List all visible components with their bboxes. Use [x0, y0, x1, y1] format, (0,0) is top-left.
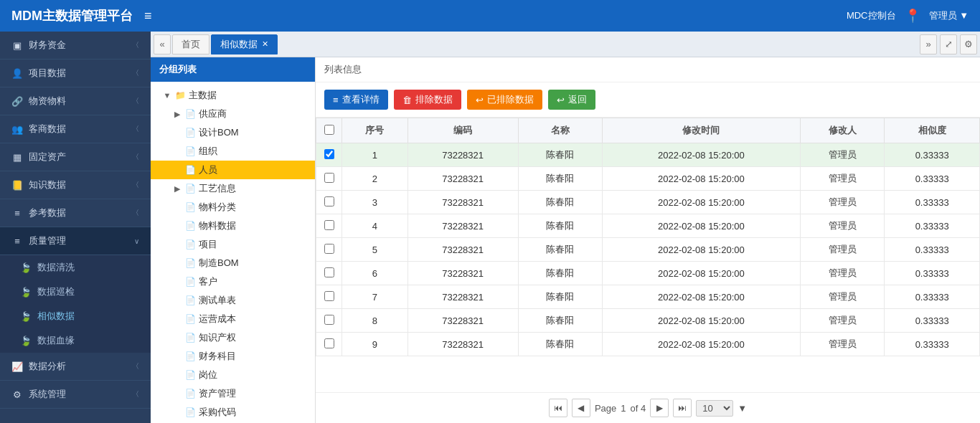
btn-already-excluded[interactable]: ↩ 已排除数据: [467, 90, 542, 110]
app-header: MDM主数据管理平台 ≡ MDC控制台 📍 管理员 ▼: [0, 0, 980, 32]
per-page-select[interactable]: 10 20 50 100: [696, 400, 733, 417]
tab-nav-prev[interactable]: «: [154, 34, 171, 54]
row-name: 陈春阳: [518, 191, 602, 214]
row-checkbox[interactable]: [324, 220, 334, 230]
system-icon: ⚙: [11, 389, 23, 400]
sidebar-finance-label: 财务资金: [29, 39, 66, 52]
sidebar-item-analysis[interactable]: 📈 数据分析 〈: [0, 353, 151, 381]
mdc-console-link[interactable]: MDC控制台: [847, 9, 896, 22]
sidebar-item-data-clean[interactable]: 🍃 数据清洗: [0, 255, 151, 280]
tree-node-master[interactable]: ▼ 📁 主数据: [151, 86, 315, 105]
table-row[interactable]: 173228321陈春阳2022-02-08 15:20:00管理员0.3333…: [316, 143, 980, 167]
table-row[interactable]: 973228321陈春阳2022-02-08 15:20:00管理员0.3333…: [316, 333, 980, 356]
sidebar-item-asset[interactable]: ▦ 固定资产 〈: [0, 143, 151, 171]
tree-node-supplier[interactable]: ▶ 📄 供应商: [151, 105, 315, 123]
sidebar-item-finance[interactable]: ▣ 财务资金 〈: [0, 32, 151, 60]
tree-doc-icon-project: 📄: [185, 239, 196, 249]
tree-node-position[interactable]: 📄 岗位: [151, 366, 315, 384]
tree-node-material-data[interactable]: 📄 物料数据: [151, 217, 315, 235]
sidebar-quality-label: 质量管理: [29, 234, 66, 247]
row-checkbox[interactable]: [324, 291, 334, 301]
sidebar-item-project[interactable]: 👤 项目数据 〈: [0, 60, 151, 87]
list-panel: 列表信息 ≡ 查看详情 🗑 排除数据 ↩ 已排除数据: [316, 57, 980, 423]
table-row[interactable]: 673228321陈春阳2022-02-08 15:20:00管理员0.3333…: [316, 262, 980, 285]
sidebar-item-customer[interactable]: 👥 客商数据 〈: [0, 115, 151, 143]
table-row[interactable]: 373228321陈春阳2022-02-08 15:20:00管理员0.3333…: [316, 191, 980, 214]
row-time: 2022-02-08 15:20:00: [602, 285, 801, 309]
btn-return-label: 返回: [568, 93, 587, 106]
sidebar-item-reference[interactable]: ≡ 参考数据 〈: [0, 199, 151, 227]
tree-node-operations-cost[interactable]: 📄 运营成本: [151, 310, 315, 328]
btn-view-label: 查看详情: [342, 93, 380, 106]
tree-node-asset-mgmt[interactable]: 📄 资产管理: [151, 384, 315, 403]
row-checkbox[interactable]: [324, 244, 334, 254]
row-similarity: 0.33333: [885, 143, 980, 167]
row-checkbox[interactable]: [324, 149, 334, 159]
page-first-btn[interactable]: ⏮: [549, 399, 567, 417]
tab-similar[interactable]: 相似数据 ✕: [211, 34, 278, 54]
row-similarity: 0.33333: [885, 214, 980, 238]
sidebar-item-data-lineage[interactable]: 🍃 数据血缘: [0, 328, 151, 353]
tree-toggle-master[interactable]: ▼: [162, 91, 172, 100]
tree-node-finance-subject[interactable]: 📄 财务科目: [151, 347, 315, 366]
select-all-checkbox[interactable]: [324, 125, 334, 135]
btn-return[interactable]: ↩ 返回: [548, 90, 595, 110]
row-checkbox[interactable]: [324, 196, 334, 206]
tab-expand-btn[interactable]: ⤢: [940, 34, 957, 54]
sidebar-item-quality[interactable]: ≡ 质量管理 ∨: [0, 227, 151, 255]
row-num: 5: [342, 238, 408, 262]
tree-node-mfg-bom[interactable]: 📄 制造BOM: [151, 254, 315, 272]
tree-node-test-form[interactable]: 📄 测试单表: [151, 291, 315, 310]
table-wrapper: 序号 编码 名称 修改时间 修改人 相似度 173228321陈春阳2022-0…: [316, 118, 980, 392]
row-similarity: 0.33333: [885, 238, 980, 262]
table-row[interactable]: 773228321陈春阳2022-02-08 15:20:00管理员0.3333…: [316, 285, 980, 309]
tab-settings-btn[interactable]: ⚙: [960, 34, 977, 54]
sidebar-item-similar-data[interactable]: 🍃 相似数据: [0, 304, 151, 328]
tree-node-org[interactable]: 📄 组织: [151, 142, 315, 161]
row-checkbox[interactable]: [324, 173, 334, 183]
tree-node-customer[interactable]: 📄 客户: [151, 272, 315, 291]
table-row[interactable]: 573228321陈春阳2022-02-08 15:20:00管理员0.3333…: [316, 238, 980, 262]
user-menu[interactable]: 管理员 ▼: [929, 9, 969, 22]
tree-node-person[interactable]: 📄 人员: [151, 161, 315, 179]
tree-toggle-craft[interactable]: ▶: [172, 184, 182, 194]
menu-toggle-icon[interactable]: ≡: [144, 9, 152, 24]
sidebar-item-material[interactable]: 🔗 物资物料 〈: [0, 87, 151, 115]
sidebar-item-system[interactable]: ⚙ 系统管理 〈: [0, 381, 151, 409]
page-last-btn[interactable]: ⏭: [673, 399, 692, 417]
sidebar-item-data-patrol[interactable]: 🍃 数据巡检: [0, 280, 151, 304]
page-prev-btn[interactable]: ◀: [572, 399, 590, 417]
btn-view-detail[interactable]: ≡ 查看详情: [324, 90, 388, 110]
tree-doc-icon-design-bom: 📄: [185, 128, 196, 138]
row-checkbox[interactable]: [324, 315, 334, 325]
data-lineage-label: 数据血缘: [37, 334, 75, 347]
tab-home[interactable]: 首页: [172, 34, 209, 54]
tree-node-material-class[interactable]: 📄 物料分类: [151, 198, 315, 217]
customer-icon: 👥: [11, 124, 23, 135]
row-num: 4: [342, 214, 408, 238]
tab-similar-close[interactable]: ✕: [262, 39, 268, 49]
row-checkbox-cell: [316, 143, 342, 167]
view-detail-icon: ≡: [333, 95, 339, 105]
row-checkbox[interactable]: [324, 267, 334, 277]
exclude-icon: 🗑: [402, 95, 412, 105]
tree-node-ip[interactable]: 📄 知识产权: [151, 328, 315, 347]
content-area: « 首页 相似数据 ✕ » ⤢ ⚙ 分组列表: [151, 32, 980, 423]
data-patrol-label: 数据巡检: [37, 285, 75, 298]
table-row[interactable]: 473228321陈春阳2022-02-08 15:20:00管理员0.3333…: [316, 214, 980, 238]
tree-node-project[interactable]: 📄 项目: [151, 235, 315, 254]
reference-icon: ≡: [11, 208, 23, 219]
sidebar-item-knowledge[interactable]: 📒 知识数据 〈: [0, 171, 151, 199]
tree-node-design-bom[interactable]: 📄 设计BOM: [151, 123, 315, 142]
row-checkbox[interactable]: [324, 338, 334, 348]
page-next-btn[interactable]: ▶: [650, 399, 669, 417]
tree-node-purchase-code[interactable]: 📄 采购代码: [151, 403, 315, 422]
tree-doc-icon-supplier: 📄: [185, 109, 196, 119]
table-row[interactable]: 273228321陈春阳2022-02-08 15:20:00管理员0.3333…: [316, 167, 980, 191]
tab-nav-next[interactable]: »: [920, 34, 937, 54]
tree-node-craft[interactable]: ▶ 📄 工艺信息: [151, 179, 315, 198]
row-checkbox-cell: [316, 191, 342, 214]
table-row[interactable]: 873228321陈春阳2022-02-08 15:20:00管理员0.3333…: [316, 309, 980, 333]
btn-exclude[interactable]: 🗑 排除数据: [394, 90, 461, 110]
tree-toggle-supplier[interactable]: ▶: [172, 110, 182, 119]
